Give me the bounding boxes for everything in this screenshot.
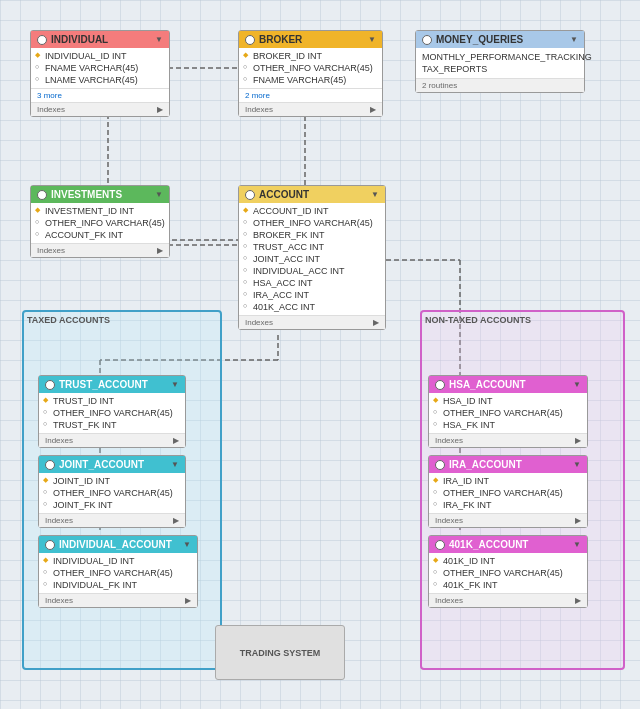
taxed-accounts-label: TAXED ACCOUNTS (27, 315, 110, 325)
hsa-account-body: HSA_ID INT OTHER_INFO VARCHAR(45) HSA_FK… (429, 393, 587, 433)
investments-indexes[interactable]: Indexes ▶ (31, 243, 169, 257)
hsa-field-1: OTHER_INFO VARCHAR(45) (429, 407, 587, 419)
account-field-1: OTHER_INFO VARCHAR(45) (239, 217, 385, 229)
money-queries-more[interactable]: 2 routines (416, 78, 584, 92)
nontaxed-accounts-label: NON-TAXED ACCOUNTS (425, 315, 531, 325)
account-body: ACCOUNT_ID INT OTHER_INFO VARCHAR(45) BR… (239, 203, 385, 315)
401k-account-icon (435, 540, 445, 550)
individual-account-header[interactable]: INDIVIDUAL_ACCOUNT ▼ (39, 536, 197, 553)
individual-account-table: INDIVIDUAL_ACCOUNT ▼ INDIVIDUAL_ID INT O… (38, 535, 198, 608)
account-dropdown[interactable]: ▼ (371, 190, 379, 199)
trust-account-header[interactable]: TRUST_ACCOUNT ▼ (39, 376, 185, 393)
investments-header[interactable]: INVESTMENTS ▼ (31, 186, 169, 203)
money-queries-icon (422, 35, 432, 45)
trust-account-title: TRUST_ACCOUNT (59, 379, 148, 390)
individual-header[interactable]: INDIVIDUAL ▼ (31, 31, 169, 48)
individual-account-title: INDIVIDUAL_ACCOUNT (59, 539, 172, 550)
hsa-field-2: HSA_FK INT (429, 419, 587, 431)
investments-dropdown[interactable]: ▼ (155, 190, 163, 199)
ira-account-header[interactable]: IRA_ACCOUNT ▼ (429, 456, 587, 473)
hsa-account-header[interactable]: HSA_ACCOUNT ▼ (429, 376, 587, 393)
joint-account-dropdown[interactable]: ▼ (171, 460, 179, 469)
401k-account-body: 401K_ID INT OTHER_INFO VARCHAR(45) 401K_… (429, 553, 587, 593)
trust-indexes[interactable]: Indexes ▶ (39, 433, 185, 447)
ira-account-table: IRA_ACCOUNT ▼ IRA_ID INT OTHER_INFO VARC… (428, 455, 588, 528)
individual-more[interactable]: 3 more (31, 88, 169, 102)
joint-field-0: JOINT_ID INT (39, 475, 185, 487)
investments-title: INVESTMENTS (51, 189, 122, 200)
joint-field-2: JOINT_FK INT (39, 499, 185, 511)
401k-account-header[interactable]: 401K_ACCOUNT ▼ (429, 536, 587, 553)
trust-account-body: TRUST_ID INT OTHER_INFO VARCHAR(45) TRUS… (39, 393, 185, 433)
ira-account-icon (435, 460, 445, 470)
account-field-8: 401K_ACC INT (239, 301, 385, 313)
trust-account-dropdown[interactable]: ▼ (171, 380, 179, 389)
money-queries-header[interactable]: MONEY_QUERIES ▼ (416, 31, 584, 48)
broker-field-2: FNAME VARCHAR(45) (239, 74, 382, 86)
hsa-indexes[interactable]: Indexes ▶ (429, 433, 587, 447)
individual-account-dropdown[interactable]: ▼ (183, 540, 191, 549)
trading-system-box: TRADING SYSTEM (215, 625, 345, 680)
broker-table: BROKER ▼ BROKER_ID INT OTHER_INFO VARCHA… (238, 30, 383, 117)
broker-field-0: BROKER_ID INT (239, 50, 382, 62)
indacc-field-0: INDIVIDUAL_ID INT (39, 555, 197, 567)
broker-dropdown[interactable]: ▼ (368, 35, 376, 44)
hsa-account-title: HSA_ACCOUNT (449, 379, 526, 390)
individual-account-icon (45, 540, 55, 550)
joint-field-1: OTHER_INFO VARCHAR(45) (39, 487, 185, 499)
account-title: ACCOUNT (259, 189, 309, 200)
account-field-2: BROKER_FK INT (239, 229, 385, 241)
individual-icon (37, 35, 47, 45)
mq-line-1: TAX_REPORTS (422, 63, 578, 75)
broker-body: BROKER_ID INT OTHER_INFO VARCHAR(45) FNA… (239, 48, 382, 88)
broker-header[interactable]: BROKER ▼ (239, 31, 382, 48)
account-indexes[interactable]: Indexes ▶ (239, 315, 385, 329)
401k-account-dropdown[interactable]: ▼ (573, 540, 581, 549)
individual-account-body: INDIVIDUAL_ID INT OTHER_INFO VARCHAR(45)… (39, 553, 197, 593)
individual-indexes[interactable]: Indexes ▶ (31, 102, 169, 116)
ira-account-dropdown[interactable]: ▼ (573, 460, 581, 469)
indacc-field-2: INDIVIDUAL_FK INT (39, 579, 197, 591)
401k-account-title: 401K_ACCOUNT (449, 539, 528, 550)
account-field-3: TRUST_ACC INT (239, 241, 385, 253)
broker-indexes[interactable]: Indexes ▶ (239, 102, 382, 116)
trust-account-table: TRUST_ACCOUNT ▼ TRUST_ID INT OTHER_INFO … (38, 375, 186, 448)
broker-title: BROKER (259, 34, 302, 45)
individual-body: INDIVIDUAL_ID INT FNAME VARCHAR(45) LNAM… (31, 48, 169, 88)
account-header[interactable]: ACCOUNT ▼ (239, 186, 385, 203)
ira-field-1: OTHER_INFO VARCHAR(45) (429, 487, 587, 499)
investments-field-1: OTHER_INFO VARCHAR(45) (31, 217, 169, 229)
401k-indexes[interactable]: Indexes ▶ (429, 593, 587, 607)
investments-field-2: ACCOUNT_FK INT (31, 229, 169, 241)
investments-field-0: INVESTMENT_ID INT (31, 205, 169, 217)
investments-body: INVESTMENT_ID INT OTHER_INFO VARCHAR(45)… (31, 203, 169, 243)
individual-table: INDIVIDUAL ▼ INDIVIDUAL_ID INT FNAME VAR… (30, 30, 170, 117)
individual-field-2: LNAME VARCHAR(45) (31, 74, 169, 86)
account-field-5: INDIVIDUAL_ACC INT (239, 265, 385, 277)
investments-table: INVESTMENTS ▼ INVESTMENT_ID INT OTHER_IN… (30, 185, 170, 258)
401k-account-table: 401K_ACCOUNT ▼ 401K_ID INT OTHER_INFO VA… (428, 535, 588, 608)
account-field-6: HSA_ACC INT (239, 277, 385, 289)
ira-field-2: IRA_FK INT (429, 499, 587, 511)
hsa-account-icon (435, 380, 445, 390)
trust-field-0: TRUST_ID INT (39, 395, 185, 407)
individual-field-1: FNAME VARCHAR(45) (31, 62, 169, 74)
broker-more[interactable]: 2 more (239, 88, 382, 102)
money-queries-dropdown[interactable]: ▼ (570, 35, 578, 44)
broker-icon (245, 35, 255, 45)
account-icon (245, 190, 255, 200)
joint-indexes[interactable]: Indexes ▶ (39, 513, 185, 527)
mq-line-0: MONTHLY_PERFORMANCE_TRACKING (422, 51, 578, 63)
joint-account-header[interactable]: JOINT_ACCOUNT ▼ (39, 456, 185, 473)
401k-field-1: OTHER_INFO VARCHAR(45) (429, 567, 587, 579)
joint-account-table: JOINT_ACCOUNT ▼ JOINT_ID INT OTHER_INFO … (38, 455, 186, 528)
ira-indexes[interactable]: Indexes ▶ (429, 513, 587, 527)
hsa-account-dropdown[interactable]: ▼ (573, 380, 581, 389)
401k-field-0: 401K_ID INT (429, 555, 587, 567)
individual-title: INDIVIDUAL (51, 34, 108, 45)
joint-account-body: JOINT_ID INT OTHER_INFO VARCHAR(45) JOIN… (39, 473, 185, 513)
individual-account-indexes[interactable]: Indexes ▶ (39, 593, 197, 607)
account-field-7: IRA_ACC INT (239, 289, 385, 301)
trust-field-2: TRUST_FK INT (39, 419, 185, 431)
individual-dropdown[interactable]: ▼ (155, 35, 163, 44)
